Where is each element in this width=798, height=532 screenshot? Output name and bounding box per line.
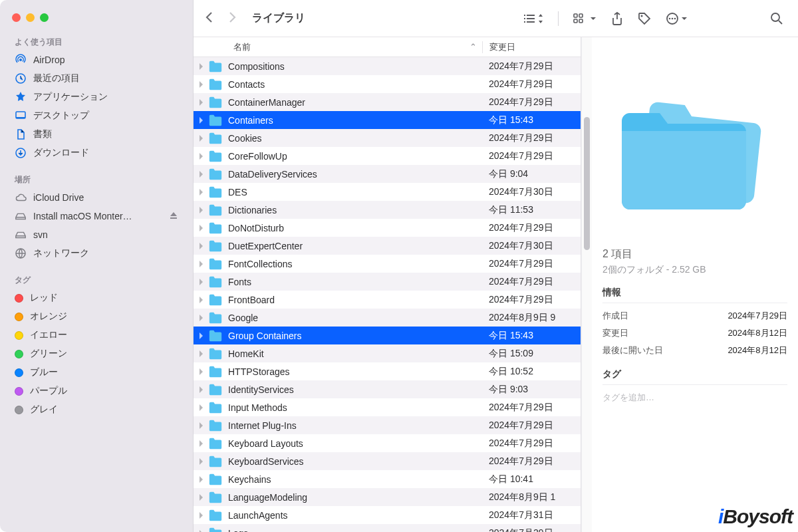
fullscreen-window-button[interactable] xyxy=(40,13,49,22)
disclosure-icon[interactable] xyxy=(194,135,208,142)
forward-button[interactable] xyxy=(228,11,236,26)
disclosure-icon[interactable] xyxy=(194,422,208,429)
disclosure-icon[interactable] xyxy=(194,458,208,465)
minimize-window-button[interactable] xyxy=(26,13,35,22)
file-row[interactable]: DoNotDisturb2024年7月29日 xyxy=(194,219,581,237)
sidebar-item-install[interactable]: Install macOS Monter… xyxy=(0,207,193,225)
disclosure-icon[interactable] xyxy=(194,261,208,267)
disclosure-icon[interactable] xyxy=(194,350,208,357)
back-button[interactable] xyxy=(205,11,213,26)
disclosure-icon[interactable] xyxy=(194,494,208,501)
file-row[interactable]: DES2024年7月30日 xyxy=(194,183,581,201)
disclosure-icon[interactable] xyxy=(194,530,208,533)
file-row[interactable]: Contacts2024年7月29日 xyxy=(194,75,581,93)
sidebar-item-network[interactable]: ネットワーク xyxy=(0,244,193,263)
column-modified-header[interactable]: 変更日 xyxy=(482,41,581,53)
disclosure-icon[interactable] xyxy=(194,243,208,249)
disclosure-icon[interactable] xyxy=(194,279,208,285)
disclosure-icon[interactable] xyxy=(194,99,208,106)
file-row[interactable]: FontCollections2024年7月29日 xyxy=(194,255,581,273)
file-row[interactable]: Keyboard Layouts2024年7月29日 xyxy=(194,434,581,452)
sidebar-item-downloads[interactable]: ダウンロード xyxy=(0,144,193,162)
view-mode-button[interactable] xyxy=(520,11,546,26)
disclosure-icon[interactable] xyxy=(194,117,208,124)
disclosure-icon[interactable] xyxy=(194,440,208,447)
file-name: DES xyxy=(228,187,482,198)
sidebar-tag-red[interactable]: レッド xyxy=(0,289,193,307)
file-row[interactable]: Containers今日 15:43 xyxy=(194,111,581,129)
disclosure-icon[interactable] xyxy=(194,297,208,303)
tag-dot-icon xyxy=(15,350,23,358)
disclosure-icon[interactable] xyxy=(194,189,208,196)
sidebar-tag-purple[interactable]: パープル xyxy=(0,382,193,400)
preview-pane: 2 項目 2個のフォルダ - 2.52 GB 情報 作成日2024年7月29日変… xyxy=(592,37,798,532)
disclosure-icon[interactable] xyxy=(194,207,208,213)
applications-icon xyxy=(15,91,27,103)
sidebar-item-label: AirDrop xyxy=(33,55,65,65)
file-row[interactable]: HomeKit今日 15:09 xyxy=(194,344,581,362)
file-row[interactable]: DataDeliveryServices今日 9:04 xyxy=(194,165,581,183)
sidebar-tag-blue[interactable]: ブルー xyxy=(0,363,193,382)
disclosure-icon[interactable] xyxy=(194,63,208,70)
file-row[interactable]: KeyboardServices2024年7月29日 xyxy=(194,452,581,470)
sidebar-tag-yellow[interactable]: イエロー xyxy=(0,326,193,344)
file-row[interactable]: ContainerManager2024年7月29日 xyxy=(194,93,581,111)
icloud-icon xyxy=(15,192,27,203)
file-name: Compositions xyxy=(228,61,482,72)
file-row[interactable]: DuetExpertCenter2024年7月30日 xyxy=(194,237,581,255)
file-row[interactable]: Logs2024年7月29日 xyxy=(194,524,581,532)
vertical-scrollbar[interactable] xyxy=(581,37,592,532)
file-list[interactable]: Compositions2024年7月29日Contacts2024年7月29日… xyxy=(194,57,581,532)
file-row[interactable]: IdentityServices今日 9:03 xyxy=(194,380,581,398)
column-name-header[interactable]: 名前 ⌃ xyxy=(194,41,482,53)
sidebar-item-airdrop[interactable]: AirDrop xyxy=(0,51,193,69)
group-by-button[interactable] xyxy=(571,11,599,27)
sidebar-tag-green[interactable]: グリーン xyxy=(0,344,193,363)
file-row[interactable]: HTTPStorages今日 10:52 xyxy=(194,362,581,380)
file-name: IdentityServices xyxy=(228,384,482,395)
disclosure-icon[interactable] xyxy=(194,368,208,375)
preview-tags-input[interactable]: タグを追加… xyxy=(602,389,787,404)
disclosure-icon[interactable] xyxy=(194,476,208,483)
sidebar-tag-orange[interactable]: オレンジ xyxy=(0,307,193,326)
sidebar-item-desktop[interactable]: デスクトップ xyxy=(0,106,193,125)
tags-button[interactable] xyxy=(635,9,654,28)
sidebar-item-documents[interactable]: 書類 xyxy=(0,125,193,144)
sidebar-item-recents[interactable]: 最近の項目 xyxy=(0,69,193,88)
search-button[interactable] xyxy=(767,9,786,28)
file-row[interactable]: LaunchAgents2024年7月31日 xyxy=(194,506,581,524)
file-name: Contacts xyxy=(228,79,482,90)
folder-icon xyxy=(208,78,223,90)
actions-button[interactable] xyxy=(663,9,690,28)
file-row[interactable]: LanguageModeling2024年8月9日 1 xyxy=(194,488,581,506)
file-row[interactable]: FrontBoard2024年7月29日 xyxy=(194,291,581,309)
file-row[interactable]: Group Containers今日 15:43 xyxy=(194,327,581,344)
disclosure-icon[interactable] xyxy=(194,512,208,519)
file-row[interactable]: Input Methods2024年7月29日 xyxy=(194,398,581,416)
file-row[interactable]: Internet Plug-Ins2024年7月29日 xyxy=(194,416,581,434)
file-row[interactable]: Compositions2024年7月29日 xyxy=(194,57,581,75)
file-row[interactable]: Cookies2024年7月29日 xyxy=(194,129,581,147)
close-window-button[interactable] xyxy=(12,13,21,22)
file-row[interactable]: Keychains今日 10:41 xyxy=(194,470,581,488)
toolbar: ライブラリ xyxy=(194,0,798,37)
disclosure-icon[interactable] xyxy=(194,386,208,393)
eject-icon[interactable] xyxy=(169,211,178,222)
disclosure-icon[interactable] xyxy=(194,315,208,321)
disclosure-icon[interactable] xyxy=(194,81,208,88)
scrollbar-thumb[interactable] xyxy=(584,117,590,250)
file-row[interactable]: Fonts2024年7月29日 xyxy=(194,273,581,291)
disclosure-icon[interactable] xyxy=(194,153,208,160)
file-row[interactable]: CoreFollowUp2024年7月29日 xyxy=(194,147,581,165)
file-row[interactable]: Google2024年8月9日 9 xyxy=(194,309,581,327)
sidebar-tag-gray[interactable]: グレイ xyxy=(0,400,193,419)
sidebar-item-applications[interactable]: アプリケーション xyxy=(0,88,193,106)
disclosure-icon[interactable] xyxy=(194,332,208,339)
disclosure-icon[interactable] xyxy=(194,171,208,178)
share-button[interactable] xyxy=(608,9,626,28)
file-row[interactable]: Dictionaries今日 11:53 xyxy=(194,201,581,219)
disclosure-icon[interactable] xyxy=(194,404,208,411)
sidebar-item-icloud[interactable]: iCloud Drive xyxy=(0,188,193,207)
disclosure-icon[interactable] xyxy=(194,225,208,231)
sidebar-item-svn[interactable]: svn xyxy=(0,225,193,244)
